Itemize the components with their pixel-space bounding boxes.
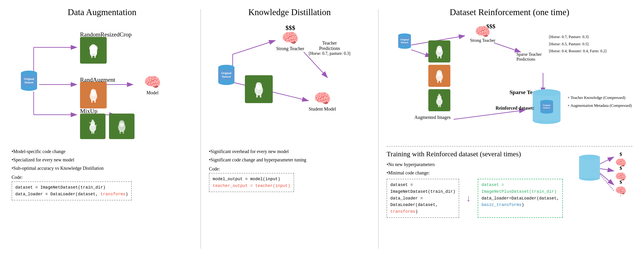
s3-horse-orange: [428, 65, 450, 87]
s2-horse-svg: [248, 79, 269, 100]
s2-strong-teacher-label: Strong Teacher: [276, 46, 304, 51]
s1-horse-orange-box: [80, 82, 107, 108]
svg-rect-11: [94, 54, 96, 58]
svg-rect-23: [93, 131, 94, 134]
s2-code-line1: model_output = model(input): [213, 176, 290, 182]
s3-code-after: dataset = ImageNetPlusDataset(train_dir)…: [478, 179, 563, 218]
s3-prediction-values: [Horse: 0.7, Pasture: 0.3] [Horse: 0.5, …: [549, 34, 606, 55]
s2-bullet-1: •Significant overhead for every new mode…: [209, 147, 370, 156]
s1-code-line1: dataset = ImageNetDataset(train_dir): [15, 184, 128, 191]
s3-reinforced-notes: + Teacher Knowledge (Compressed) + Augme…: [568, 94, 632, 110]
s2-student-brain-icon: 🧠: [314, 92, 331, 105]
svg-line-46: [454, 110, 525, 119]
s3-after-line1: dataset = ImageNetPlusDataset(train_dir): [482, 182, 559, 195]
svg-line-32: [232, 40, 275, 54]
s1-title: Data Augmentation: [12, 7, 192, 17]
svg-rect-56: [440, 80, 441, 83]
svg-point-36: [256, 82, 262, 90]
s1-code-box: dataset = ImageNetDataset(train_dir) dat…: [12, 181, 132, 200]
s1-code-label: Code:: [12, 175, 192, 180]
svg-line-45: [494, 43, 521, 52]
s2-bullets: •Significant overhead for every new mode…: [209, 147, 370, 164]
svg-rect-10: [91, 54, 92, 58]
s1-code-red: transforms: [100, 192, 126, 196]
s3-code-before: dataset = ImageNetDataset(train_dir) dat…: [386, 179, 459, 218]
s3-d3: $: [615, 179, 626, 185]
svg-point-29: [120, 121, 124, 126]
svg-rect-59: [438, 105, 439, 107]
s2-tp-line2: Predictions: [309, 46, 350, 51]
s3-top-diagram: OriginalDataset $$$ 🧠 Strong Teacher Spa…: [386, 22, 632, 143]
s3-tb-2: •Minimal code change:: [386, 169, 563, 177]
s3-sp-line2: Predictions: [516, 57, 542, 62]
s1-rooster-svg: [84, 117, 102, 136]
s2-bullet-2: •Significant code change and hyperparame…: [209, 156, 370, 164]
s3-after-blue: basic_transforms: [482, 202, 522, 207]
svg-line-62: [600, 157, 614, 164]
s3-dots: ⋮: [617, 189, 624, 197]
s1-horse-svg: [84, 41, 103, 60]
s3-before-line1: dataset = ImageNetDataset(train_dir): [390, 182, 456, 195]
s3-title: Dataset Reinforcement (one time): [386, 7, 632, 17]
s3-augmented-images-label: Augmented Images: [414, 115, 450, 120]
s1-mixup-mixed-box: [109, 114, 134, 139]
svg-rect-19: [92, 89, 92, 92]
s3-code-arrow: ↓: [466, 179, 471, 218]
svg-rect-51: [440, 55, 441, 59]
s1-original-dataset: OriginalDataset: [21, 71, 37, 91]
svg-rect-13: [92, 44, 92, 47]
svg-rect-16: [91, 99, 92, 102]
s2-student-label: Student Model: [309, 106, 336, 112]
s1-brain-icon: 🧠: [144, 75, 161, 89]
svg-point-15: [91, 89, 96, 96]
svg-rect-37: [256, 94, 258, 98]
s1-model: 🧠 Model: [144, 75, 161, 95]
s1-bullet-1: •Model-specific code change: [12, 147, 192, 156]
s3-sp-line1: Sparse Teacher: [516, 52, 542, 57]
svg-rect-40: [257, 82, 258, 85]
s1-mixup-result-svg: [112, 117, 131, 136]
divider-1: [200, 9, 201, 249]
s3-training-bullets: •No new hyperparameters •Minimal code ch…: [386, 160, 563, 177]
s1-rooster-green-box: [80, 114, 106, 139]
s1-code-line2: data_loader = DataLoader(dataset, transf…: [15, 191, 128, 198]
s1-bullet-2: •Specialized for every new model: [12, 156, 192, 164]
s1-horse-orange-svg: [84, 86, 103, 105]
s2-teacher-predictions-label: Teacher Predictions [Horse: 0.7, pasture…: [309, 40, 350, 56]
svg-line-65: [600, 174, 614, 191]
s3-reinforced-label: Reinforced dataset:: [496, 105, 534, 111]
s3-pred-1: [Horse: 0.7, Pasture: 0.3]: [549, 34, 606, 41]
s3-before-red: transforms: [390, 209, 415, 214]
s2-prediction-value: [Horse: 0.7, pasture: 0.3]: [309, 51, 350, 56]
s3-rooster-green: [428, 89, 450, 111]
s2-code-line2: teacher_output = teacher(input): [213, 182, 290, 189]
s3-training-left: Training with Reinforced dataset (severa…: [386, 150, 563, 218]
s1-bullet-3: •Sub-optimal accuracy vs Knowledge Disti…: [12, 164, 192, 172]
s2-brain-icon: 🧠: [282, 31, 299, 45]
s3-before-line2: data_loader = DataLoader(dataset, transf…: [390, 195, 456, 215]
section-data-augmentation: Data Augmentation: [7, 5, 197, 253]
main-container: Data Augmentation: [0, 0, 644, 258]
s3-d1: $: [615, 151, 626, 157]
s3-training-cyl: [579, 155, 600, 181]
svg-point-49: [437, 46, 442, 52]
s3-original-dataset: OriginalDataset: [398, 34, 411, 49]
s3-rooster-svg-2: [431, 92, 448, 109]
s2-student-model: 🧠 Student Model: [309, 92, 336, 112]
s3-training-title: Training with Reinforced dataset (severa…: [386, 150, 563, 158]
s1-bullets: •Model-specific code change •Specialized…: [12, 147, 192, 172]
svg-line-64: [600, 173, 614, 185]
s3-horse-svg-2: [431, 67, 448, 85]
svg-point-9: [91, 44, 96, 51]
s3-reinforced-dataset-cyl: OriginalDataset: [533, 89, 560, 124]
section-dataset-reinforcement: Dataset Reinforcement (one time): [382, 5, 637, 253]
s3-strong-teacher: 🧠 Strong Teacher: [470, 25, 495, 43]
s1-model-label: Model: [146, 90, 158, 95]
svg-point-58: [437, 95, 442, 100]
s3-sparse-predictions-label: Sparse Teacher Predictions: [516, 52, 542, 62]
svg-rect-38: [260, 94, 261, 98]
svg-rect-60: [440, 105, 441, 107]
s2-title: Knowledge Distillation: [209, 7, 370, 17]
s2-horse-green: [245, 75, 273, 103]
s3-note-2: + Augmentation Metadata (Compressed): [568, 102, 632, 110]
